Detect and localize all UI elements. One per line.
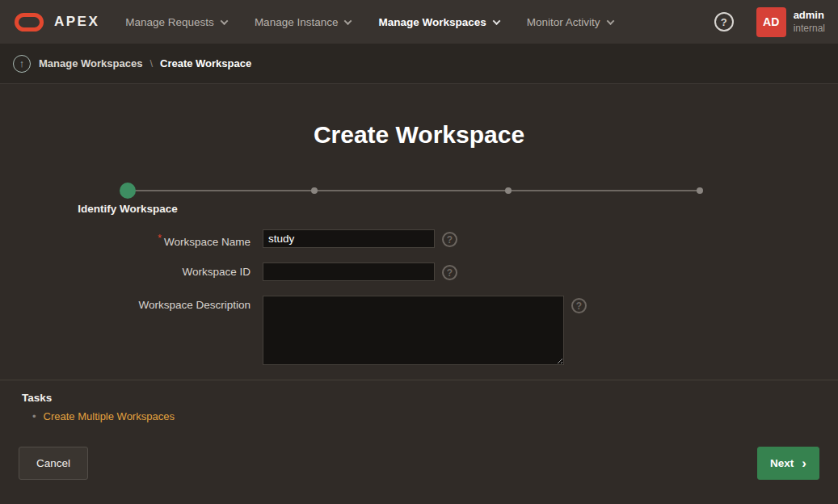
create-workspace-form: *Workspace Name ? Workspace ID ? Workspa… <box>0 229 838 365</box>
step-dot <box>505 187 512 194</box>
chevron-down-icon <box>492 17 500 25</box>
label-text: Workspace ID <box>182 266 251 278</box>
page-title: Create Workspace <box>0 121 838 149</box>
field-help-icon[interactable]: ? <box>442 265 457 280</box>
workspace-id-label: Workspace ID <box>0 262 251 278</box>
step-dot <box>697 187 703 194</box>
workspace-id-input[interactable] <box>263 262 435 281</box>
bullet-icon: • <box>32 410 36 422</box>
nav-menu: Manage Requests Manage Instance Manage W… <box>125 16 640 28</box>
top-navigation-bar: APEX Manage Requests Manage Instance Man… <box>0 0 838 44</box>
next-button-label: Next <box>770 457 794 469</box>
step-dot-current <box>120 183 136 199</box>
breadcrumb-separator: \ <box>149 57 153 69</box>
workspace-description-textarea[interactable] <box>263 296 564 365</box>
nav-item-manage-instance[interactable]: Manage Instance <box>255 16 352 28</box>
workspace-name-input[interactable] <box>263 229 435 248</box>
field-help-icon[interactable]: ? <box>571 298 587 313</box>
input-col: ? <box>263 229 457 248</box>
user-realm: internal <box>794 23 825 35</box>
avatar[interactable]: AD <box>756 7 786 37</box>
nav-right-group: ? AD admin internal <box>714 7 825 37</box>
nav-item-label: Manage Workspaces <box>378 16 486 28</box>
form-row-workspace-description: Workspace Description ? <box>0 296 838 365</box>
chevron-down-icon <box>344 17 352 25</box>
oracle-logo-icon <box>15 13 44 32</box>
form-row-workspace-id: Workspace ID ? <box>0 262 838 281</box>
chevron-right-icon: › <box>802 458 806 468</box>
chevron-down-icon <box>606 17 614 25</box>
nav-item-label: Monitor Activity <box>527 16 600 28</box>
help-icon[interactable]: ? <box>714 12 734 32</box>
cancel-button[interactable]: Cancel <box>19 447 88 480</box>
input-col: ? <box>263 296 587 365</box>
next-button[interactable]: Next › <box>757 447 819 480</box>
input-col: ? <box>263 262 457 281</box>
step-dot <box>311 187 318 194</box>
tasks-region: Tasks • Create Multiple Workspaces <box>0 380 838 435</box>
field-help-icon[interactable]: ? <box>442 232 457 247</box>
label-text: Workspace Name <box>164 236 251 248</box>
workspace-name-label: *Workspace Name <box>0 229 251 248</box>
tasks-list: • Create Multiple Workspaces <box>22 410 838 422</box>
step-label: Identify Workspace <box>78 203 178 215</box>
wizard-footer: Cancel Next › <box>0 435 838 480</box>
breadcrumb-current: Create Workspace <box>160 57 251 69</box>
required-marker: * <box>158 233 162 244</box>
create-multiple-workspaces-link[interactable]: Create Multiple Workspaces <box>44 410 175 422</box>
breadcrumb: ↑ Manage Workspaces \ Create Workspace <box>0 44 838 84</box>
brand-title: APEX <box>54 14 99 30</box>
nav-item-label: Manage Requests <box>125 16 214 28</box>
nav-item-label: Manage Instance <box>255 16 339 28</box>
up-arrow-icon[interactable]: ↑ <box>13 55 31 73</box>
task-list-item: • Create Multiple Workspaces <box>22 410 838 422</box>
nav-item-manage-requests[interactable]: Manage Requests <box>125 16 227 28</box>
stepper-track <box>128 190 700 191</box>
user-meta: admin internal <box>794 9 825 34</box>
tasks-title: Tasks <box>22 392 838 404</box>
label-text: Workspace Description <box>138 299 251 311</box>
user-name: admin <box>794 9 825 22</box>
breadcrumb-parent[interactable]: Manage Workspaces <box>39 57 142 69</box>
nav-item-manage-workspaces[interactable]: Manage Workspaces <box>378 16 499 28</box>
wizard-stepper: Identify Workspace <box>120 183 703 199</box>
nav-item-monitor-activity[interactable]: Monitor Activity <box>527 16 613 28</box>
workspace-description-label: Workspace Description <box>0 296 251 311</box>
form-row-workspace-name: *Workspace Name ? <box>0 229 838 248</box>
chevron-down-icon <box>220 17 228 25</box>
